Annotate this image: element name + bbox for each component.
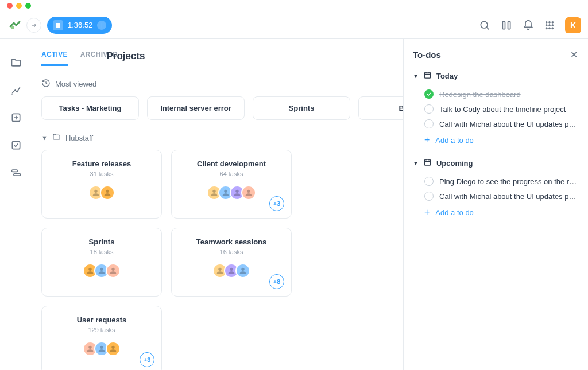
search-icon[interactable] bbox=[479, 20, 490, 31]
stop-icon[interactable] bbox=[53, 20, 63, 30]
avatar bbox=[241, 185, 256, 200]
most-viewed-pill[interactable]: Blog bbox=[358, 96, 403, 120]
card-tasks-count: 18 tasks bbox=[90, 248, 114, 255]
project-card[interactable]: Teamwork sessions16 tasks+8 bbox=[171, 228, 292, 297]
tab-active[interactable]: ACTIVE bbox=[41, 50, 68, 66]
add-todo-button[interactable]: +Add a to do bbox=[413, 131, 578, 149]
todo-text: Call with Michal about the UI updates pr… bbox=[439, 120, 578, 128]
folder-icon bbox=[52, 133, 61, 143]
svg-rect-4 bbox=[508, 21, 510, 29]
most-viewed-pill[interactable]: Sprints bbox=[253, 96, 350, 120]
svg-point-30 bbox=[88, 346, 91, 349]
chevron-down-icon: ▼ bbox=[413, 160, 419, 166]
svg-point-9 bbox=[549, 24, 551, 26]
group-header[interactable]: ▼Hubstaff bbox=[41, 133, 403, 143]
svg-rect-16 bbox=[11, 170, 17, 172]
unchecked-circle-icon[interactable] bbox=[424, 119, 434, 128]
todo-text: Talk to Cody about the timeline project bbox=[439, 105, 566, 114]
svg-point-27 bbox=[218, 268, 221, 271]
svg-point-13 bbox=[552, 27, 554, 29]
most-viewed-pill[interactable]: Internal server error bbox=[147, 96, 245, 120]
todo-item[interactable]: Talk to Cody about the timeline project bbox=[413, 102, 578, 116]
todos-title: To-dos bbox=[413, 50, 441, 60]
chevron-down-icon: ▼ bbox=[413, 73, 419, 79]
svg-rect-3 bbox=[502, 21, 505, 29]
avatar-stack bbox=[207, 185, 256, 200]
todos-panel: To-dos ✕ ▼TodayRedesign the dashboardTal… bbox=[403, 39, 588, 370]
project-group: ▼HubstaffFeature releases31 tasksClient … bbox=[41, 133, 403, 370]
most-viewed-pill[interactable]: Tasks - Marketing bbox=[41, 96, 139, 120]
project-card[interactable]: User requests129 tasks+3 bbox=[41, 306, 162, 370]
svg-rect-1 bbox=[56, 23, 60, 28]
svg-point-6 bbox=[549, 21, 551, 23]
svg-point-20 bbox=[212, 190, 215, 193]
svg-point-10 bbox=[552, 24, 554, 26]
bell-icon[interactable] bbox=[523, 20, 534, 31]
svg-point-18 bbox=[94, 190, 97, 193]
close-dot[interactable] bbox=[7, 3, 13, 9]
svg-point-32 bbox=[111, 346, 114, 349]
todo-text: Redesign the dashboard bbox=[439, 90, 521, 99]
folder-icon[interactable] bbox=[10, 56, 22, 69]
columns-icon[interactable] bbox=[501, 20, 512, 31]
todo-item[interactable]: Redesign the dashboard bbox=[413, 87, 578, 102]
add-todo-label: Add a to do bbox=[435, 136, 474, 145]
avatar-stack bbox=[83, 341, 121, 356]
todo-item[interactable]: Ping Diego to see the progress on the ro… bbox=[413, 174, 578, 189]
unchecked-circle-icon[interactable] bbox=[424, 177, 434, 186]
svg-point-24 bbox=[88, 268, 91, 271]
checkbox-icon[interactable] bbox=[10, 139, 22, 151]
add-box-icon[interactable] bbox=[10, 111, 22, 124]
roadmap-icon[interactable] bbox=[10, 166, 22, 179]
card-tasks-count: 64 tasks bbox=[220, 170, 243, 177]
todo-section-header[interactable]: ▼Today bbox=[413, 71, 578, 81]
unchecked-circle-icon[interactable] bbox=[424, 192, 434, 201]
add-todo-label: Add a to do bbox=[435, 208, 474, 217]
info-icon[interactable]: i bbox=[97, 21, 106, 30]
more-avatars-badge[interactable]: +3 bbox=[140, 352, 154, 367]
svg-point-19 bbox=[106, 190, 109, 193]
close-icon[interactable]: ✕ bbox=[570, 49, 578, 60]
project-card[interactable]: Sprints18 tasks bbox=[41, 228, 162, 297]
avatar-stack bbox=[83, 263, 121, 278]
card-title: Feature releases bbox=[72, 159, 131, 168]
minimize-dot[interactable] bbox=[16, 3, 22, 9]
left-nav bbox=[0, 39, 32, 370]
check-circle-icon[interactable] bbox=[424, 89, 434, 99]
tab-archived[interactable]: ARCHIVED bbox=[80, 50, 118, 66]
todo-text: Call with Michal about the UI updates pr… bbox=[439, 192, 578, 201]
svg-point-0 bbox=[11, 26, 14, 29]
more-avatars-badge[interactable]: +8 bbox=[269, 274, 284, 289]
calendar-icon bbox=[423, 158, 432, 168]
svg-point-28 bbox=[230, 268, 233, 271]
todo-section-label: Upcoming bbox=[436, 159, 473, 168]
projects-panel: Projects ACTIVE ARCHIVED Most viewed Tas… bbox=[32, 39, 403, 370]
user-avatar[interactable]: K bbox=[565, 17, 581, 33]
svg-point-31 bbox=[100, 346, 103, 349]
avatar bbox=[106, 341, 121, 356]
history-icon bbox=[41, 79, 51, 89]
sprint-icon[interactable] bbox=[10, 84, 22, 96]
svg-point-29 bbox=[241, 268, 244, 271]
unchecked-circle-icon[interactable] bbox=[424, 104, 434, 114]
avatar bbox=[235, 263, 250, 278]
zoom-dot[interactable] bbox=[25, 3, 31, 9]
app-logo[interactable] bbox=[7, 17, 23, 33]
project-card[interactable]: Feature releases31 tasks bbox=[41, 150, 162, 219]
todo-section-label: Today bbox=[436, 72, 458, 80]
card-title: Sprints bbox=[89, 237, 115, 246]
todo-item[interactable]: Call with Michal about the UI updates pr… bbox=[413, 189, 578, 204]
apps-grid-icon[interactable] bbox=[544, 20, 555, 30]
more-avatars-badge[interactable]: +3 bbox=[269, 196, 284, 211]
nav-forward-button[interactable] bbox=[26, 18, 41, 33]
plus-icon: + bbox=[424, 135, 430, 145]
todo-item[interactable]: Call with Michal about the UI updates pr… bbox=[413, 116, 578, 131]
add-todo-button[interactable]: +Add a to do bbox=[413, 204, 578, 221]
svg-point-21 bbox=[224, 190, 227, 193]
svg-point-11 bbox=[546, 27, 547, 29]
project-card[interactable]: Client development64 tasks+3 bbox=[171, 150, 292, 219]
group-name: Hubstaff bbox=[65, 134, 93, 142]
timer-pill[interactable]: 1:36:52 i bbox=[47, 17, 112, 34]
avatar-stack bbox=[212, 263, 250, 278]
todo-section-header[interactable]: ▼Upcoming bbox=[413, 158, 578, 168]
